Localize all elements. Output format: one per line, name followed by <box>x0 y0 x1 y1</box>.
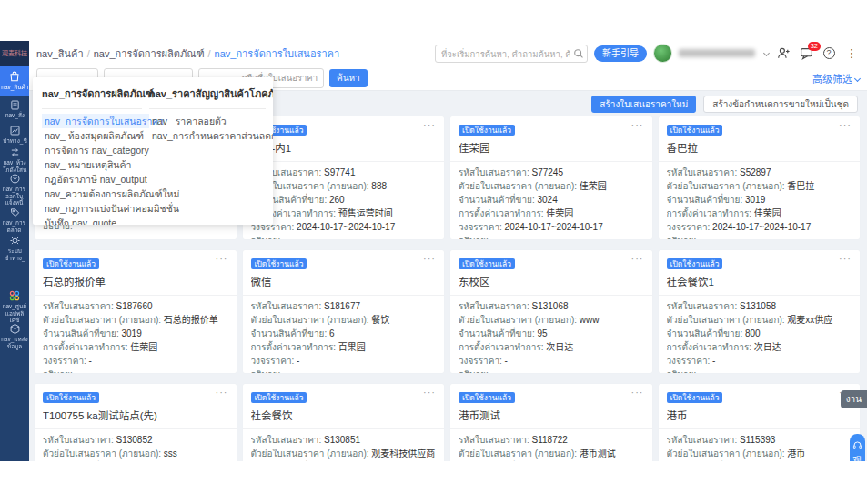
quote-card[interactable]: เปิดใช้งานแล้ว ··· 香巴拉 รหัสใบเสนอราคา: S… <box>659 116 861 239</box>
field-description: อธิบาย: - <box>43 368 228 373</box>
sidebar-item-label: nav_การ ตลาด <box>4 220 26 234</box>
menu-item-floating-price[interactable]: nav_ ราคาลอยตัว <box>149 114 273 128</box>
global-search-input[interactable] <box>435 45 588 63</box>
search-button[interactable]: ค้นหา <box>329 69 368 87</box>
breadcrumb-item[interactable]: nav_การจัดการผลิตภัณฑ์ <box>94 48 205 59</box>
card-more-button[interactable]: ··· <box>423 119 436 130</box>
card-title: 香巴拉 <box>667 140 852 155</box>
menu-item-quote-records[interactable]: บันทึก nav_quote <box>42 216 149 225</box>
card-more-button[interactable]: ··· <box>631 253 644 264</box>
breadcrumb-item[interactable]: nav_สินค้า <box>36 48 84 59</box>
menu-item-commission-rules[interactable]: nav_กฎการแบ่งปันค่าคอมมิชชั่น <box>42 201 149 216</box>
avatar[interactable] <box>653 44 672 63</box>
menu-item-product-library[interactable]: nav_ ห้องสมุดผลิตภัณฑ์ <box>42 128 149 143</box>
field-quote-code: รหัสใบเสนอราคา: S52897 <box>667 166 852 179</box>
quote-card[interactable]: เปิดใช้งานแล้ว ··· 佳荣园 รหัสใบเสนอราคา: S… <box>450 116 652 239</box>
sidebar: 观麦科技 nav_สินค้า nav_สั่ง ปาทาง_ชี nav_ห้… <box>0 41 29 461</box>
card-more-button[interactable]: ··· <box>631 119 644 130</box>
field-description: อธิบาย: - <box>459 234 644 239</box>
quote-card[interactable]: เปิดใช้งานแล้ว ··· 微信 รหัสใบเสนอราคา: S1… <box>243 250 445 373</box>
sidebar-item-app-center[interactable]: nav_ศูนย์ แอปพลิเคชั <box>0 290 29 323</box>
more-menu-button[interactable]: ⋮ <box>843 45 860 62</box>
advanced-filter-link[interactable]: 高级筛选 <box>812 71 860 86</box>
sidebar-spacer <box>0 263 29 290</box>
divider <box>35 428 237 429</box>
field-price-cycle: วงจรราคา: 2024-10-17~2024-10-17 <box>251 220 437 234</box>
messages-button[interactable]: 32 <box>798 45 814 62</box>
coin-icon <box>9 173 21 185</box>
sidebar-item-invoicing[interactable]: nav_การ ออกใบ แจ้งหนี้ <box>0 174 29 207</box>
card-more-button[interactable]: ··· <box>423 253 436 264</box>
quote-card[interactable]: เปิดใช้งานแล้ว ··· 石总的报价单 รหัสใบเสนอราคา… <box>35 250 237 373</box>
quote-card[interactable]: เปิดใช้งานแล้ว ··· T100755 ka测试站点(先) รหั… <box>35 384 237 461</box>
field-quote-code: รหัสใบเสนอราคา: S181677 <box>251 299 437 313</box>
topbar: nav_สินค้า/nav_การจัดการผลิตภัณฑ์/nav_กา… <box>29 41 867 66</box>
quote-card[interactable]: เปิดใช้งานแล้ว ··· 港币测试 รหัสใบเสนอราคา: … <box>450 384 652 461</box>
card-header: เปิดใช้งานแล้ว ··· 东校区 <box>459 254 644 288</box>
sidebar-item-system[interactable]: ระบบ ชำทาง_ <box>0 234 29 263</box>
divider <box>659 428 861 429</box>
divider <box>243 428 445 429</box>
sidebar-item-marketing[interactable]: nav_การ ตลาด <box>0 207 29 234</box>
menu-item-product-notes[interactable]: nav_ หมายเหตุสินค้า <box>42 157 149 172</box>
card-header: เปิดใช้งานแล้ว ··· 报价-内1 <box>251 120 437 155</box>
menu-item-new-product-demand[interactable]: nav_ความต้องการผลิตภัณฑ์ใหม่ <box>42 186 149 201</box>
card-more-button[interactable]: ··· <box>839 119 852 130</box>
quote-card[interactable]: เปิดใช้งานแล้ว ··· 东校区 รหัสใบเสนอราคา: S… <box>450 250 652 373</box>
menu-item-tax-rules[interactable]: กฎอัตราภาษี nav_output <box>42 172 149 186</box>
sidebar-item-data-source[interactable]: nav_แหล่ง ข้อมูล <box>0 323 29 350</box>
card-more-button[interactable]: ··· <box>216 387 228 398</box>
batch-create-sales-spec-button[interactable]: สร้างข้อกำหนดการขายใหม่เป็นชุด <box>703 96 858 113</box>
field-description: อธิบาย: - <box>251 234 437 239</box>
bag-icon <box>8 70 21 83</box>
sidebar-item-transfer[interactable]: nav_ห้วง โกดังใสน <box>0 146 29 174</box>
menu-item-quote-management[interactable]: nav_การจัดการใบเสนอราคา <box>42 114 149 128</box>
status-badge: เปิดใช้งานแล้ว <box>251 392 307 403</box>
card-body: รหัสใบเสนอราคา: S52897 ตัวย่อใบเสนอราคา … <box>667 166 852 239</box>
sidebar-item-label: nav_สินค้า <box>1 84 28 90</box>
card-more-button[interactable]: ··· <box>839 253 852 264</box>
sidebar-item-reports[interactable]: ปาทาง_ชี <box>0 123 29 146</box>
divider <box>149 108 266 109</box>
user-name-redacted <box>679 49 755 57</box>
card-header: เปิดใช้งานแล้ว ··· 香巴拉 <box>667 120 852 155</box>
field-products-on-sale: จำนวนสินค้าที่ขาย: 800 <box>667 327 852 340</box>
card-more-button[interactable]: ··· <box>423 387 436 398</box>
task-drawer-tab[interactable]: งาน <box>841 390 867 408</box>
quote-card[interactable]: เปิดใช้งานแล้ว ··· 社会餐饮1 รหัสใบเสนอราคา:… <box>659 250 861 373</box>
tag-icon <box>9 207 21 218</box>
quote-card[interactable]: เปิดใช้งานแล้ว ··· 港币 รหัสใบเสนอราคา: S1… <box>659 384 861 461</box>
card-title: 港币测试 <box>459 408 644 422</box>
menu-header: nav_ราคาสัญญาสินค้าโภคภัณฑ์ <box>149 86 273 102</box>
sidebar-item-label: nav_การ ออกใบ แจ้งหนี้ <box>4 186 26 207</box>
sidebar-item-products[interactable]: nav_สินค้า <box>0 66 29 96</box>
field-products-on-sale: จำนวนสินค้าที่ขาย: 15 <box>251 460 437 461</box>
field-products-on-sale: จำนวนสินค้าที่ขาย: 6 <box>251 327 437 340</box>
card-more-button[interactable]: ··· <box>216 253 228 264</box>
card-header: เปิดใช้งานแล้ว ··· 佳荣园 <box>459 120 644 155</box>
chevron-down-icon <box>854 75 861 81</box>
field-quote-abbr: ตัวย่อใบเสนอราคา (ภายนอก): 港币 <box>667 447 852 460</box>
status-badge: เปิดใช้งานแล้ว <box>667 125 723 136</box>
newbie-guide-button[interactable]: 新手引导 <box>594 45 647 62</box>
help-button[interactable]: ? <box>821 45 837 62</box>
field-price-cycle: วงจรราคา: 2024-10-17~2024-10-17 <box>459 220 644 234</box>
field-description: อธิบาย: - <box>667 234 852 239</box>
invite-user-button[interactable] <box>775 45 791 62</box>
customer-service-widget[interactable]: 观麦服 <box>850 434 865 461</box>
card-more-button[interactable]: ··· <box>631 387 644 398</box>
divider <box>35 295 237 296</box>
card-body: รหัสใบเสนอราคา: S131058 ตัวย่อใบเสนอราคา… <box>667 299 852 373</box>
quote-card[interactable]: เปิดใช้งานแล้ว ··· 社会餐饮 รหัสใบเสนอราคา: … <box>243 384 445 461</box>
field-products-on-sale: จำนวนสินค้าที่ขาย: 1484 <box>459 460 644 461</box>
menu-item-full-order-discount[interactable]: nav_การกำหนดราคาส่วนลดการสั่งซื้อแบบเต็ม <box>149 128 273 143</box>
field-quote-code: รหัสใบเสนอราคา: S118722 <box>459 433 644 447</box>
field-price-cycle: วงจรราคา: - <box>43 354 228 368</box>
create-quote-button[interactable]: สร้างใบเสนอราคาใหม่ <box>591 96 696 113</box>
field-products-on-sale: จำนวนสินค้าที่ขาย: 3019 <box>43 327 228 340</box>
chevron-down-icon[interactable] <box>763 50 770 56</box>
sidebar-item-orders[interactable]: nav_สั่ง <box>0 96 29 123</box>
breadcrumb-item-current: nav_การจัดการใบเสนอราคา <box>215 48 340 59</box>
menu-item-category-management[interactable]: การจัดการ nav_category <box>42 143 149 157</box>
field-price-cycle: วงจรราคา: - <box>459 354 644 368</box>
